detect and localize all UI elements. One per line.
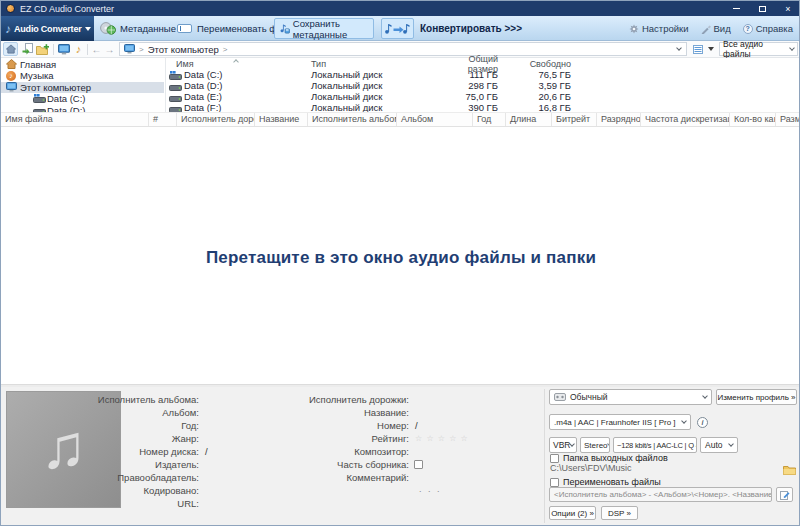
meta-field-composer: Композитор: <box>269 445 415 457</box>
folder-icon <box>783 465 796 475</box>
column-header-length[interactable]: Длина <box>506 113 552 126</box>
meta-field-album-artist: Исполнитель альбома: <box>59 393 205 405</box>
compilation-checkbox[interactable] <box>414 460 423 469</box>
column-header-filename[interactable]: Имя файла <box>1 113 149 126</box>
home-icon <box>6 44 16 54</box>
rename-files-option: Переименовать файлы <box>550 477 661 487</box>
column-header-title[interactable]: Название <box>255 113 308 126</box>
drive-row[interactable]: Data (D:) Локальный диск 298 ГБ 3,59 ГБ <box>166 80 800 91</box>
output-folder-checkbox[interactable] <box>550 454 559 463</box>
rating-stars[interactable]: ☆ ☆ ☆ ☆ ☆ <box>415 434 469 443</box>
breadcrumb-item-this-pc[interactable]: Этот компьютер <box>148 44 219 55</box>
mode-select[interactable]: VBR <box>549 437 577 453</box>
format-select[interactable]: .m4a | AAC | Fraunhofer IIS [ Pro ] <box>549 414 691 430</box>
add-folder-icon <box>36 44 49 55</box>
drive-type: Локальный диск <box>311 91 441 102</box>
info-icon[interactable]: i <box>697 417 708 428</box>
drop-zone-message: Перетащите в это окно аудио файлы и папк… <box>1 248 800 268</box>
tree-item-drive-c[interactable]: Data (C:) <box>1 93 164 105</box>
output-folder-path: C:\Users\FDV\Music <box>550 463 632 473</box>
meta-value[interactable]: / <box>415 420 418 431</box>
add-files-button[interactable] <box>20 42 34 56</box>
music-note-button[interactable]: ♪ <box>72 42 85 56</box>
maximize-button[interactable] <box>749 1 775 16</box>
channels-select[interactable]: Stereo <box>580 437 610 453</box>
meta-field-publisher: Издатель: <box>59 458 205 470</box>
audio-converter-menu-button[interactable]: ♪ Audio Converter <box>1 16 94 41</box>
drive-name: Data (C:) <box>184 69 223 80</box>
column-header-type[interactable]: Тип <box>311 59 441 69</box>
close-button[interactable]: × <box>775 1 800 16</box>
dsp-button[interactable]: DSP » <box>601 506 638 520</box>
text-field-icon <box>177 24 192 33</box>
settings-button[interactable]: Настройки <box>629 23 689 34</box>
main-toolbar: ♪ Audio Converter Метаданные Переименова… <box>1 16 800 41</box>
column-header-sample-rate[interactable]: Частота дискретизации <box>641 113 730 126</box>
profile-select[interactable]: Обычный <box>549 389 712 405</box>
column-header-year[interactable]: Год <box>473 113 506 126</box>
column-header-bitrate[interactable]: Битрейт <box>552 113 597 126</box>
column-header-album[interactable]: Альбом <box>397 113 473 126</box>
edit-pattern-button[interactable] <box>776 487 793 502</box>
drives-list-header: Имя Тип Общий размер Свободно <box>166 58 800 69</box>
rename-files-checkbox[interactable] <box>550 478 559 487</box>
column-header-name[interactable]: Имя <box>166 59 311 69</box>
browse-folder-button[interactable] <box>783 461 796 479</box>
view-mode-button[interactable] <box>693 42 714 56</box>
forward-button[interactable]: → <box>103 42 116 56</box>
drive-row[interactable]: Data (E:) Локальный диск 75,0 ГБ 20,6 ГБ <box>166 91 800 102</box>
column-header-size[interactable]: Размер <box>776 113 800 126</box>
column-header-track-artist[interactable]: Исполнитель дорожки <box>177 113 255 126</box>
drive-total: 298 ГБ <box>441 80 501 91</box>
settings-label: Настройки <box>642 23 689 34</box>
toolbar-right: Настройки Вид ? Справка <box>629 16 793 41</box>
meta-field-encoded: Кодировано: <box>59 484 205 496</box>
add-folder-button[interactable] <box>35 42 50 56</box>
tree-item-label: Data (C:) <box>47 93 86 104</box>
meta-value[interactable]: / <box>205 446 208 457</box>
chevron-down-icon <box>702 393 708 399</box>
back-button[interactable]: ← <box>90 42 103 56</box>
tree-item-this-pc[interactable]: Этот компьютер <box>1 82 164 94</box>
home-button[interactable] <box>3 42 18 56</box>
convert-button[interactable]: Конвертировать >>> <box>381 16 522 41</box>
rename-pattern-select[interactable]: <Исполнитель альбома> - <Альбом>\<Номер>… <box>549 487 772 502</box>
column-header-bit-depth[interactable]: Разрядность <box>597 113 641 126</box>
tree-item-label: Главная <box>20 59 56 70</box>
computer-icon <box>6 82 17 92</box>
disc-globe-icon <box>100 22 116 35</box>
minimize-button[interactable] <box>723 1 749 16</box>
column-header-album-artist[interactable]: Исполнитель альбома <box>308 113 397 126</box>
column-header-channels[interactable]: Кол-во каналов <box>730 113 776 126</box>
drive-name: Data (D:) <box>184 80 223 91</box>
divider <box>87 44 88 55</box>
save-metadata-button[interactable]: Сохранить метаданные <box>274 18 374 39</box>
drive-type: Локальный диск <box>311 80 441 91</box>
titlebar: EZ CD Audio Converter × <box>1 1 800 16</box>
rename-files-label: Переименовать файлы <box>563 477 661 487</box>
tree-item-music[interactable]: ♪ Музыка <box>1 70 164 82</box>
drive-row[interactable]: Data (C:) Локальный диск 111 ГБ 76,5 ГБ <box>166 69 800 80</box>
edit-profile-button[interactable]: Изменить профиль » <box>716 389 797 405</box>
tree-item-home[interactable]: Главная <box>1 59 164 71</box>
quality-select[interactable]: Auto <box>700 437 738 453</box>
view-label: Вид <box>714 23 731 34</box>
meta-field-title: Название: <box>269 406 415 418</box>
bitrate-select[interactable]: ~128 kbit/s | AAC-LC | Q 4 <box>613 437 697 453</box>
options-button[interactable]: Опции (2) » <box>549 506 596 520</box>
meta-field-disc-number: Номер диска:/ <box>59 445 208 457</box>
file-drop-zone[interactable]: Перетащите в это окно аудио файлы и папк… <box>1 127 800 384</box>
breadcrumb[interactable]: > Этот компьютер > <box>119 42 687 56</box>
metadata-menu-button[interactable]: Метаданные <box>100 16 185 41</box>
drive-name: Data (E:) <box>184 91 222 102</box>
file-filter-select[interactable]: Все аудио файлы <box>719 42 798 56</box>
column-header-track-number[interactable]: # <box>149 113 177 126</box>
help-button[interactable]: ? Справка <box>743 23 793 34</box>
view-menu-button[interactable]: Вид <box>701 23 731 34</box>
tree-item-label: Этот компьютер <box>20 82 91 93</box>
computer-button[interactable] <box>56 42 71 56</box>
more-button[interactable]: . . . <box>419 484 442 494</box>
column-header-free[interactable]: Свободно <box>501 59 574 69</box>
drive-c-icon <box>33 94 46 103</box>
save-metadata-icon <box>279 22 290 35</box>
